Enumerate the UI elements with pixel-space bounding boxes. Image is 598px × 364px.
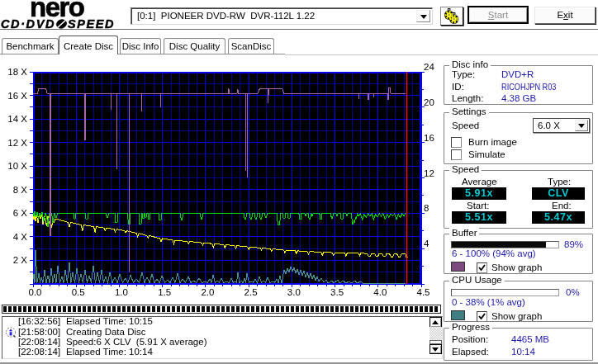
svg-text:3.0: 3.0 bbox=[287, 287, 301, 297]
svg-text:8: 8 bbox=[424, 203, 429, 213]
svg-text:3.5: 3.5 bbox=[330, 287, 344, 297]
svg-text:4.0: 4.0 bbox=[373, 287, 387, 297]
svg-text:4.5: 4.5 bbox=[417, 287, 430, 297]
svg-text:10 X: 10 X bbox=[7, 161, 27, 171]
svg-text:24: 24 bbox=[424, 62, 434, 72]
svg-text:14 X: 14 X bbox=[7, 114, 27, 124]
svg-text:8 X: 8 X bbox=[13, 185, 28, 195]
svg-text:2 X: 2 X bbox=[13, 255, 28, 265]
svg-text:18 X: 18 X bbox=[7, 67, 27, 77]
svg-text:0.5: 0.5 bbox=[72, 287, 85, 297]
svg-text:4 X: 4 X bbox=[13, 232, 28, 242]
svg-text:6 X: 6 X bbox=[13, 208, 28, 218]
svg-text:12 X: 12 X bbox=[7, 138, 27, 148]
svg-text:12: 12 bbox=[424, 168, 434, 178]
svg-text:0.0: 0.0 bbox=[29, 287, 42, 297]
svg-text:16 X: 16 X bbox=[7, 91, 27, 101]
svg-text:2.5: 2.5 bbox=[244, 287, 258, 297]
svg-text:1.5: 1.5 bbox=[158, 287, 171, 297]
svg-text:1.0: 1.0 bbox=[115, 287, 128, 297]
svg-text:16: 16 bbox=[424, 133, 434, 143]
svg-text:4: 4 bbox=[424, 239, 430, 248]
svg-text:2.0: 2.0 bbox=[201, 287, 214, 297]
svg-text:20: 20 bbox=[424, 97, 434, 107]
